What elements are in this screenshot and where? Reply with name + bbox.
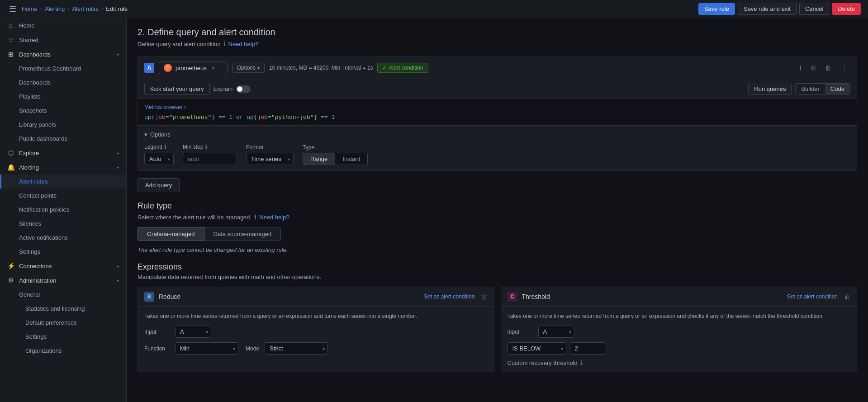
sidebar-snapshots-label: Snapshots xyxy=(19,107,47,114)
reduce-input-select[interactable]: A xyxy=(175,326,211,338)
breadcrumb-alerting[interactable]: Alerting xyxy=(45,5,65,12)
format-label-text: Format xyxy=(246,144,263,151)
reduce-set-alert-btn[interactable]: Set as alert condition xyxy=(424,293,474,300)
query-a-header: A P prometheus ▾ Options ▾ 10 minutes, M… xyxy=(138,57,857,79)
rule-type-help-link[interactable]: Need help? xyxy=(259,214,289,221)
datasource-managed-tab[interactable]: Data source-managed xyxy=(204,227,281,241)
metrics-browser-link[interactable]: Metrics browser › xyxy=(144,104,186,110)
query-info-btn[interactable]: ℹ xyxy=(797,63,804,73)
save-rule-button[interactable]: Save rule xyxy=(698,3,735,15)
topbar-right: Save rule Save rule and exit Cancel Dele… xyxy=(698,3,861,15)
sidebar-item-statistics[interactable]: Statistics and licensing xyxy=(0,302,126,316)
reduce-mode-select[interactable]: Strict xyxy=(265,342,328,355)
sidebar-item-silences[interactable]: Silences xyxy=(0,217,126,231)
administration-icon: ⚙ xyxy=(7,277,14,284)
need-help-link[interactable]: Need help? xyxy=(228,41,259,47)
sidebar-explore-label: Explore xyxy=(19,150,39,156)
breadcrumb-current: Edit rule xyxy=(106,5,128,12)
sidebar-item-snapshots[interactable]: Snapshots xyxy=(0,104,126,118)
sidebar-item-explore[interactable]: ⬡ Explore ▸ xyxy=(0,146,126,160)
threshold-number-input[interactable] xyxy=(570,342,606,355)
format-label: Format xyxy=(246,144,294,151)
subtitle-info-icon[interactable]: ℹ xyxy=(223,40,226,47)
sidebar-administration-label: Administration xyxy=(19,277,56,284)
explore-expand-icon: ▸ xyxy=(117,151,119,156)
options-row: Legend ℹ Auto Min step ℹ xyxy=(144,143,850,165)
sidebar-item-prometheus-dashboard[interactable]: Prometheus Dashboard xyxy=(0,61,126,76)
alerting-expand-icon: ▾ xyxy=(117,165,119,170)
query-delete-btn[interactable]: 🗑 xyxy=(822,63,834,73)
sidebar-item-connections[interactable]: ⚡ Connections ▸ xyxy=(0,259,126,273)
threshold-input-select[interactable]: A xyxy=(538,326,574,338)
reduce-func-select-wrapper: Min xyxy=(175,342,238,355)
add-query-btn[interactable]: Add query xyxy=(138,178,180,192)
options-badge[interactable]: Options ▾ xyxy=(232,63,265,73)
sidebar-default-preferences-label: Default preferences xyxy=(25,319,76,326)
query-a-card: A P prometheus ▾ Options ▾ 10 minutes, M… xyxy=(138,57,857,171)
sidebar-item-general[interactable]: General xyxy=(0,288,126,302)
reduce-input-label: Input xyxy=(144,329,171,335)
delete-button[interactable]: Delete xyxy=(832,3,861,15)
administration-expand-icon: ▾ xyxy=(117,278,119,283)
reduce-func-select[interactable]: Min xyxy=(175,342,238,355)
threshold-set-alert-btn[interactable]: Set as alert condition xyxy=(787,293,838,300)
sidebar-item-settings-alerting[interactable]: Settings xyxy=(0,245,126,259)
run-queries-btn[interactable]: Run queries xyxy=(748,83,792,95)
datasource-selector[interactable]: P prometheus ▾ xyxy=(159,61,228,74)
min-step-input[interactable] xyxy=(183,153,237,165)
custom-recovery-info-icon[interactable]: ℹ xyxy=(580,359,583,366)
datasource-avatar: P xyxy=(164,64,172,72)
sidebar-item-administration[interactable]: ⚙ Administration ▾ xyxy=(0,273,126,288)
sidebar-item-alert-rules[interactable]: Alert rules xyxy=(0,175,126,189)
query-copy-btn[interactable]: ⎘ xyxy=(809,63,818,73)
sidebar-item-dashboards[interactable]: Dashboards xyxy=(0,76,126,90)
grafana-managed-tab[interactable]: Grafana-managed xyxy=(138,227,204,241)
sidebar-item-default-preferences[interactable]: Default preferences xyxy=(0,316,126,330)
sidebar-item-contact-points[interactable]: Contact points xyxy=(0,189,126,203)
kick-start-btn[interactable]: Kick start your query xyxy=(144,83,210,95)
sidebar-item-alerting[interactable]: 🔔 Alerting ▾ xyxy=(0,160,126,175)
legend-label-text: Legend xyxy=(144,144,162,150)
reduce-card: B Reduce Set as alert condition 🗑 Takes … xyxy=(138,287,494,372)
rule-type-info-icon[interactable]: ℹ xyxy=(254,213,256,221)
breadcrumb-alert-rules[interactable]: Alert rules xyxy=(72,5,99,12)
options-toggle[interactable]: ▾ Options xyxy=(144,131,850,138)
min-step-info-icon[interactable]: ℹ xyxy=(205,143,207,151)
code-tab[interactable]: Code xyxy=(825,84,850,94)
reduce-header: B Reduce Set as alert condition 🗑 xyxy=(138,287,494,307)
breadcrumb-home[interactable]: Home xyxy=(22,5,38,12)
builder-tab[interactable]: Builder xyxy=(796,84,825,94)
sidebar-item-public-dashboards[interactable]: Public dashboards xyxy=(0,132,126,146)
legend-select[interactable]: Auto xyxy=(144,153,174,165)
sidebar-item-home[interactable]: ⌂ Home xyxy=(0,18,126,33)
type-range-btn[interactable]: Range xyxy=(303,153,335,165)
sidebar-notification-policies-label: Notification policies xyxy=(19,206,69,213)
rule-type-title: Rule type xyxy=(138,201,857,211)
sidebar-item-active-notifications[interactable]: Active notifications xyxy=(0,231,126,245)
threshold-delete-btn[interactable]: 🗑 xyxy=(844,293,850,300)
format-select[interactable]: Time series xyxy=(246,153,294,165)
save-rule-exit-button[interactable]: Save rule and exit xyxy=(738,3,797,15)
sidebar-item-library-panels[interactable]: Library panels xyxy=(0,118,126,132)
threshold-condition-select[interactable]: IS BELOW xyxy=(508,342,566,355)
sidebar-item-playlists[interactable]: Playlists xyxy=(0,90,126,104)
sidebar-alert-rules-label: Alert rules xyxy=(19,178,48,185)
format-select-wrapper: Time series xyxy=(246,153,294,165)
sidebar-item-settings-admin[interactable]: Settings xyxy=(0,330,126,344)
explain-toggle[interactable] xyxy=(236,85,251,93)
explore-icon: ⬡ xyxy=(7,149,14,156)
sidebar-item-starred[interactable]: ☆ Starred xyxy=(0,33,126,47)
type-instant-btn[interactable]: Instant xyxy=(335,153,368,165)
sidebar-item-notification-policies[interactable]: Notification policies xyxy=(0,203,126,217)
datasource-name: prometheus xyxy=(175,65,207,71)
reduce-delete-btn[interactable]: 🗑 xyxy=(481,293,488,300)
sidebar-item-organizations[interactable]: Organizations xyxy=(0,344,126,358)
query-more-btn[interactable]: ⋮ xyxy=(839,63,850,73)
menu-button[interactable]: ☰ xyxy=(7,2,18,16)
alerting-icon: 🔔 xyxy=(7,164,14,171)
cancel-button[interactable]: Cancel xyxy=(799,3,829,15)
legend-info-icon[interactable]: ℹ xyxy=(164,143,166,151)
sidebar-item-dashboards-header[interactable]: ⊞ Dashboards ▾ xyxy=(0,47,126,61)
query-code[interactable]: up{job="prometheus"} == 1 or up{job="pyt… xyxy=(144,114,850,121)
reduce-body: Takes one or more time series returned f… xyxy=(138,307,494,360)
